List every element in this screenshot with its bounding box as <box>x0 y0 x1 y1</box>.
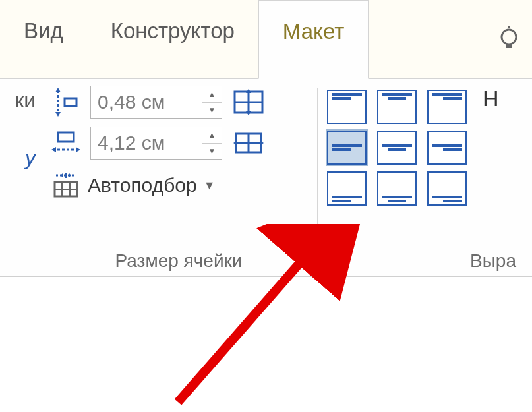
svg-marker-4 <box>55 88 61 92</box>
alignment-grid <box>327 86 467 206</box>
tab-layout[interactable]: Макет <box>258 0 369 79</box>
chevron-down-icon: ▼ <box>204 179 216 192</box>
align-top-left[interactable] <box>327 90 367 124</box>
tab-design[interactable]: Конструктор <box>87 0 258 78</box>
align-middle-left[interactable] <box>327 131 367 165</box>
column-width-input[interactable]: 4,12 см ▲ ▼ <box>90 127 222 160</box>
partial-text-2: у <box>0 146 36 170</box>
align-top-center[interactable] <box>377 90 417 124</box>
row-height-value[interactable]: 0,48 см <box>91 86 202 118</box>
column-width-value[interactable]: 4,12 см <box>91 127 202 159</box>
align-middle-center[interactable] <box>377 131 417 165</box>
alignment-group-label: Выра <box>327 247 523 272</box>
distribute-rows-button[interactable] <box>230 86 267 119</box>
row-height-input[interactable]: 0,48 см ▲ ▼ <box>90 86 222 119</box>
row-height-up[interactable]: ▲ <box>202 86 222 103</box>
svg-rect-6 <box>65 98 76 106</box>
align-bottom-left[interactable] <box>327 171 367 206</box>
left-partial-group: ки у <box>0 79 40 276</box>
column-width-down[interactable]: ▼ <box>202 144 222 160</box>
row-height-down[interactable]: ▼ <box>202 103 222 119</box>
row-height-icon <box>49 87 82 117</box>
autofit-dropdown[interactable]: Автоподбор ▼ <box>49 170 308 200</box>
svg-marker-5 <box>55 112 61 117</box>
partial-text-1: ки <box>0 88 36 113</box>
svg-marker-22 <box>61 173 63 178</box>
svg-marker-23 <box>69 173 71 178</box>
ribbon-tabs: Вид Конструктор Макет <box>0 0 532 79</box>
align-bottom-right[interactable] <box>427 171 467 206</box>
column-width-up[interactable]: ▲ <box>202 127 222 144</box>
align-top-right[interactable] <box>427 90 467 124</box>
partial-text-right: Н <box>479 86 499 111</box>
cell-size-group-label: Размер ячейки <box>49 247 308 272</box>
svg-marker-15 <box>76 147 80 152</box>
svg-marker-14 <box>51 147 56 152</box>
align-bottom-center[interactable] <box>377 171 417 206</box>
align-middle-right[interactable] <box>427 131 467 165</box>
group-cell-size: 0,48 см ▲ ▼ <box>40 79 317 276</box>
tell-me-bulb-icon[interactable] <box>495 26 523 53</box>
distribute-columns-button[interactable] <box>230 127 267 160</box>
tab-view[interactable]: Вид <box>0 0 87 78</box>
group-alignment: Н Выра <box>318 79 532 276</box>
svg-rect-1 <box>506 44 512 48</box>
autofit-label: Автоподбор <box>88 174 197 196</box>
column-width-icon <box>49 128 82 158</box>
svg-rect-12 <box>58 132 74 142</box>
ribbon-body: ки у 0,48 см ▲ ▼ <box>0 79 532 277</box>
autofit-icon <box>49 170 82 200</box>
svg-point-0 <box>502 30 516 44</box>
